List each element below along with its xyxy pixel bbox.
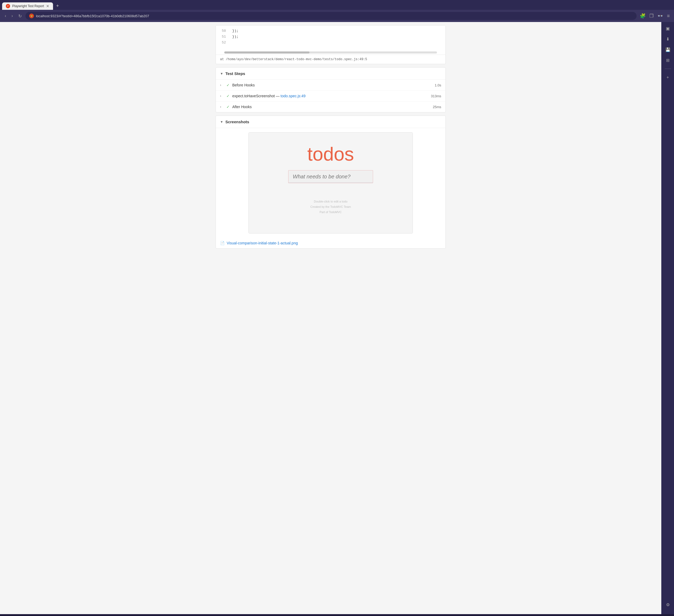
step-screenshot: › ✓ expect.toHaveScreenshot — todo.spec.… (216, 91, 445, 102)
code-footer: at /home/ayo/dev/betterstack/demo/react-… (216, 54, 445, 64)
tab-title: Playwright Test Report (12, 4, 44, 8)
todo-app-title: todos (307, 143, 354, 165)
new-tab-button[interactable]: + (54, 2, 61, 10)
code-line-52: 52 (216, 40, 445, 46)
test-steps-section: ▼ Test Steps › ✓ Before Hooks 1.0s › ✓ e… (216, 67, 446, 112)
address-bar: 🦁 localhost:9323/#?testId=486a7bbfb15f2c… (25, 12, 637, 20)
sidebar-toggle-button[interactable]: ❐ (648, 12, 655, 20)
add-sidebar-icon[interactable]: + (665, 74, 671, 81)
step-name-after: After Hooks (232, 105, 431, 109)
settings-sidebar-icon[interactable]: ⚙ (665, 601, 671, 608)
test-steps-chevron: ▼ (220, 72, 223, 76)
test-steps-header[interactable]: ▼ Test Steps (216, 68, 445, 80)
step-name-screenshot: expect.toHaveScreenshot — todo.spec.js:4… (232, 94, 429, 98)
step-name-before: Before Hooks (232, 83, 433, 87)
extensions-button[interactable]: 🧩 (639, 12, 647, 20)
screenshots-header[interactable]: ▼ Screenshots (216, 116, 445, 128)
url-text[interactable]: localhost:9323/#?testId=486a7bbfb15f2ca1… (36, 14, 633, 18)
step-expand-screenshot[interactable]: › (220, 94, 224, 98)
step-expand-after[interactable]: › (220, 105, 224, 109)
screenshot-link-row: 📄 Visual-comparison-initial-state-1-actu… (216, 238, 445, 248)
screenshot-frame: todos Double-click to edit a todo Create… (248, 132, 413, 234)
menu-button[interactable]: ≡ (666, 12, 671, 20)
screenshots-chevron: ▼ (220, 120, 223, 124)
save-sidebar-icon[interactable]: 💾 (665, 46, 671, 53)
todo-app-input (288, 170, 373, 183)
step-time-screenshot: 313ms (431, 94, 441, 98)
code-line-51: 51 }); (216, 34, 445, 40)
step-time-before: 1.0s (435, 83, 441, 87)
screenshot-container: todos Double-click to edit a todo Create… (216, 128, 445, 238)
step-expand-before[interactable]: › (220, 83, 224, 87)
step-before-hooks: › ✓ Before Hooks 1.0s (216, 80, 445, 91)
sidebar-divider (665, 69, 671, 69)
forward-button[interactable]: › (10, 12, 14, 19)
test-steps-title: Test Steps (225, 71, 245, 76)
browser-sidebar: ▣ ⬇ 💾 ⊞ + ⚙ (661, 22, 674, 614)
tab-favicon: P (6, 4, 10, 8)
tab-close-button[interactable]: ✕ (46, 4, 49, 8)
step-time-after: 25ms (433, 105, 441, 109)
grid-sidebar-icon[interactable]: ⊞ (665, 57, 671, 64)
main-content-area: 50 }); 51 }); 52 at /home/ayo/dev/be (0, 22, 661, 614)
panel-sidebar-icon[interactable]: ▣ (665, 25, 671, 31)
screenshots-title: Screenshots (225, 120, 249, 124)
back-button[interactable]: ‹ (3, 12, 8, 19)
reader-mode-button[interactable]: 👓 (656, 12, 664, 20)
step-check-before: ✓ (226, 83, 230, 87)
download-sidebar-icon[interactable]: ⬇ (665, 36, 671, 42)
todo-app-preview: todos Double-click to edit a todo Create… (249, 133, 413, 233)
code-line-50: 50 }); (216, 29, 445, 34)
active-tab[interactable]: P Playwright Test Report ✕ (2, 2, 53, 10)
screenshots-section: ▼ Screenshots todos Double-click to edit… (216, 116, 446, 249)
screenshot-file-link[interactable]: Visual-comparison-initial-state-1-actual… (227, 241, 298, 245)
code-block: 50 }); 51 }); 52 at /home/ayo/dev/be (216, 25, 446, 64)
reload-button[interactable]: ↻ (17, 12, 23, 20)
step-link-screenshot[interactable]: todo.spec.js:49 (280, 94, 306, 98)
todo-app-footer: Double-click to edit a todo Created by t… (310, 199, 351, 215)
step-check-after: ✓ (226, 105, 230, 109)
step-check-screenshot: ✓ (226, 94, 230, 98)
security-icon: 🦁 (29, 13, 34, 18)
file-icon: 📄 (220, 241, 225, 245)
step-after-hooks: › ✓ After Hooks 25ms (216, 102, 445, 112)
